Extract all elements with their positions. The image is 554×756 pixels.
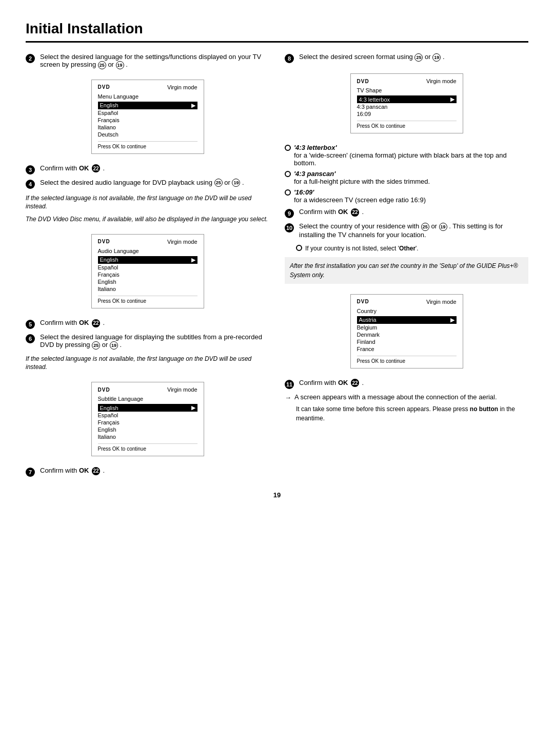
- arrow-note-2: It can take some time before this screen…: [296, 404, 528, 423]
- step-11-text: Confirm with OK 22 .: [299, 379, 528, 387]
- italic-note-3: If the selected language is not availabl…: [26, 355, 269, 372]
- country-item-0: Austria ▶: [357, 316, 457, 324]
- o-mark-1609: [285, 189, 291, 196]
- screen-country: DVD Virgin mode Country Austria ▶ Belgiu…: [350, 294, 463, 369]
- country-item-1: Belgium: [357, 324, 457, 331]
- step-8: 8 Select the desired screen format using…: [285, 53, 528, 63]
- screen-1-container: DVD Virgin mode Menu Language English ▶ …: [26, 74, 269, 159]
- country-item-2: Denmark: [357, 331, 457, 338]
- audio-language-title: Audio Language: [98, 248, 197, 254]
- arrow-text-1: A screen appears with a message about th…: [294, 393, 497, 401]
- down-arrow-25b: 25: [214, 179, 223, 187]
- screen-4-container: DVD Virgin mode TV Shape 4:3 letterbox ▶…: [285, 68, 528, 139]
- step-2-num: 2: [26, 54, 35, 63]
- step-10-num: 10: [285, 223, 294, 232]
- virgin-label-3: Virgin mode: [167, 386, 197, 393]
- screen-audio-language: DVD Virgin mode Audio Language English ▶…: [91, 234, 204, 308]
- bullet-1609-text: '16:09' for a widescreen TV (screen edge…: [294, 188, 426, 204]
- step-11-num: 11: [285, 380, 294, 389]
- bullet-letterbox-text: '4:3 letterbox' for a 'wide-screen' (cin…: [294, 144, 528, 167]
- step-6-text: Select the desired language for displayi…: [40, 333, 269, 350]
- arrow-icon-1: →: [285, 394, 291, 401]
- subtitle-language-title: Subtitle Language: [98, 396, 197, 402]
- subtitle-lang-item-1: Español: [98, 412, 197, 419]
- dvd-label-4: DVD: [357, 79, 369, 84]
- press-ok-2: Press OK to continue: [98, 296, 197, 304]
- bullet-1609: '16:09' for a widescreen TV (screen edge…: [285, 188, 528, 204]
- step-5-num: 5: [26, 320, 35, 329]
- ok-badge-9: 22: [351, 208, 359, 217]
- step-4: 4 Select the desired audio language for …: [26, 179, 269, 189]
- audio-lang-item-4: Italiano: [98, 285, 197, 293]
- step-10-text: Select the country of your residence wit…: [299, 222, 528, 239]
- subtitle-lang-item-3: English: [98, 426, 197, 433]
- step-8-num: 8: [285, 54, 294, 63]
- arrow-bullet-1: → A screen appears with a message about …: [285, 393, 528, 401]
- bullet-letterbox: '4:3 letterbox' for a 'wide-screen' (cin…: [285, 144, 528, 167]
- down-arrow-25: 25: [98, 61, 106, 69]
- menu-lang-item-2: Français: [98, 117, 197, 124]
- virgin-label-1: Virgin mode: [167, 84, 197, 90]
- left-column: 2 Select the desired language for the se…: [26, 53, 269, 481]
- screen-tv-shape: DVD Virgin mode TV Shape 4:3 letterbox ▶…: [350, 73, 463, 133]
- tv-shape-item-1: 4:3 panscan: [357, 103, 457, 110]
- up-arrow-19: 19: [116, 61, 124, 69]
- up-arrow-19b: 19: [232, 179, 240, 187]
- dvd-label-2: DVD: [98, 239, 110, 244]
- 1609-desc: for a widescreen TV (screen edge ratio 1…: [294, 196, 426, 204]
- bullet-panscan: '4:3 panscan' for a full-height picture …: [285, 170, 528, 185]
- country-item-3: Finland: [357, 338, 457, 345]
- o-mark-other: [296, 245, 302, 251]
- dvd-label-1: DVD: [98, 84, 110, 90]
- audio-lang-item-2: Français: [98, 271, 197, 278]
- 1609-label: '16:09': [294, 188, 314, 196]
- step-2: 2 Select the desired language for the se…: [26, 53, 269, 69]
- audio-lang-item-0: English ▶: [98, 256, 197, 264]
- screen-2-container: DVD Virgin mode Audio Language English ▶…: [26, 229, 269, 314]
- subtitle-lang-item-2: Français: [98, 419, 197, 426]
- o-mark-letterbox: [285, 145, 291, 151]
- step-11: 11 Confirm with OK 22 .: [285, 379, 528, 389]
- down-arrow-25c: 25: [92, 341, 100, 350]
- panscan-label: '4:3 panscan': [294, 170, 335, 178]
- ok-badge-5: 22: [92, 319, 100, 327]
- screen-3-container: DVD Virgin mode Subtitle Language Englis…: [26, 377, 269, 461]
- down-arrow-25e: 25: [421, 223, 429, 231]
- step-7: 7 Confirm with OK 22 .: [26, 467, 269, 477]
- page-number: 19: [26, 491, 528, 499]
- step-4-text: Select the desired audio language for DV…: [40, 179, 269, 187]
- audio-lang-item-1: Español: [98, 264, 197, 271]
- menu-lang-item-1: Español: [98, 109, 197, 117]
- virgin-label-5: Virgin mode: [426, 299, 457, 305]
- letterbox-label: '4:3 letterbox': [294, 144, 337, 151]
- step-9-num: 9: [285, 209, 294, 218]
- up-arrow-19d: 19: [432, 53, 441, 62]
- country-item-4: France: [357, 345, 457, 353]
- press-ok-1: Press OK to continue: [98, 141, 197, 149]
- step-4-num: 4: [26, 180, 35, 189]
- other-country-text: If your country is not listed, select 'O…: [305, 244, 419, 253]
- menu-lang-item-3: Italiano: [98, 124, 197, 131]
- screen-subtitle-language: DVD Virgin mode Subtitle Language Englis…: [91, 382, 204, 456]
- tv-shape-item-2: 16:09: [357, 110, 457, 118]
- tv-shape-title: TV Shape: [357, 87, 457, 93]
- step-5-text: Confirm with OK 22 .: [40, 319, 269, 327]
- letterbox-desc: for a 'wide-screen' (cinema format) pict…: [294, 151, 507, 167]
- step-5: 5 Confirm with OK 22 .: [26, 319, 269, 329]
- dvd-label-3: DVD: [98, 387, 110, 393]
- menu-language-title: Menu Language: [98, 93, 197, 100]
- step-3-num: 3: [26, 165, 35, 175]
- step-2-text: Select the desired language for the sett…: [40, 53, 269, 69]
- bullet-panscan-text: '4:3 panscan' for a full-height picture …: [294, 170, 430, 185]
- step-6-num: 6: [26, 334, 35, 343]
- dvd-label-5: DVD: [357, 299, 369, 304]
- menu-lang-item-0: English ▶: [98, 102, 197, 109]
- page-title: Initial Installation: [26, 21, 528, 43]
- press-ok-3: Press OK to continue: [98, 443, 197, 452]
- step-9: 9 Confirm with OK 22 .: [285, 208, 528, 218]
- italic-box-guide: After the first installation you can set…: [285, 257, 528, 284]
- ok-badge-11: 22: [351, 379, 359, 387]
- step-7-num: 7: [26, 468, 35, 477]
- up-arrow-19c: 19: [110, 341, 118, 350]
- step-8-text: Select the desired screen format using 2…: [299, 53, 528, 62]
